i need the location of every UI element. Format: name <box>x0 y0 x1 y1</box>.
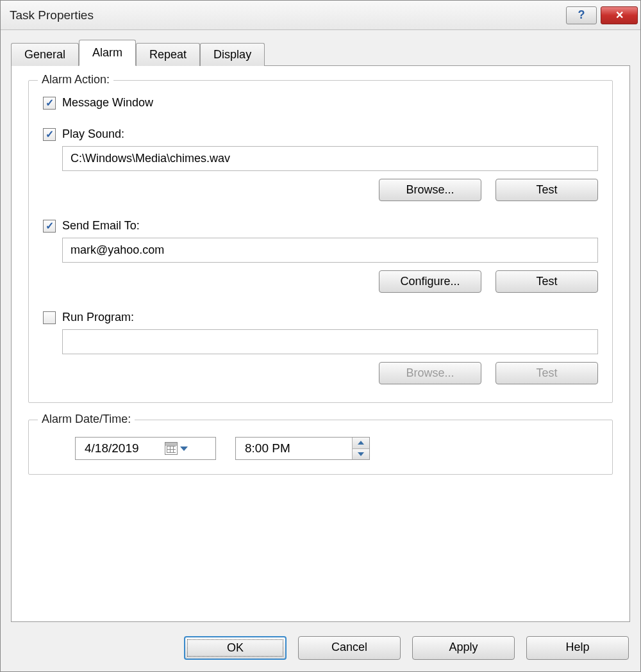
arrow-down-icon <box>358 452 364 456</box>
alarm-action-legend: Alarm Action: <box>38 73 113 86</box>
help-icon: ? <box>578 8 585 22</box>
send-email-section: Send Email To: Configure... Test <box>43 219 598 293</box>
tab-display[interactable]: Display <box>200 43 265 66</box>
close-icon: ✕ <box>615 10 624 20</box>
tab-repeat[interactable]: Repeat <box>136 43 200 66</box>
play-sound-path-input[interactable] <box>62 146 598 171</box>
run-program-label: Run Program: <box>62 311 134 324</box>
run-program-section: Run Program: Browse... Test <box>43 311 598 384</box>
run-program-test-button: Test <box>495 362 598 384</box>
send-email-test-button[interactable]: Test <box>495 270 598 293</box>
alarm-date-value: 4/18/2019 <box>85 441 139 455</box>
content-area: General Alarm Repeat Display Alarm Actio… <box>1 30 640 627</box>
close-button[interactable]: ✕ <box>601 6 638 24</box>
tab-strip: General Alarm Repeat Display <box>11 39 630 65</box>
run-program-checkbox[interactable] <box>43 311 56 324</box>
alarm-action-group: Alarm Action: Message Window Play Sound: <box>28 80 613 403</box>
alarm-datetime-legend: Alarm Date/Time: <box>38 413 135 426</box>
titlebar: Task Properties ? ✕ <box>1 1 640 30</box>
alarm-date-picker[interactable]: 4/18/2019 <box>75 437 216 460</box>
alarm-time-picker[interactable]: 8:00 PM <box>235 437 370 460</box>
play-sound-checkbox[interactable] <box>43 128 56 141</box>
message-window-label: Message Window <box>62 96 153 110</box>
titlebar-controls: ? ✕ <box>566 6 638 24</box>
send-email-label: Send Email To: <box>62 219 140 233</box>
help-button[interactable]: ? <box>566 6 597 24</box>
message-window-section: Message Window <box>43 96 598 110</box>
window-title: Task Properties <box>10 8 94 22</box>
alarm-date-dropdown-button[interactable] <box>165 442 188 455</box>
message-window-checkbox[interactable] <box>43 97 56 110</box>
arrow-up-icon <box>358 441 364 445</box>
calendar-icon <box>165 442 178 455</box>
play-sound-test-button[interactable]: Test <box>495 179 598 201</box>
cancel-button[interactable]: Cancel <box>298 636 401 660</box>
play-sound-browse-button[interactable]: Browse... <box>379 179 481 201</box>
apply-button[interactable]: Apply <box>412 636 515 660</box>
send-email-checkbox[interactable] <box>43 220 56 233</box>
ok-button[interactable]: OK <box>184 636 287 660</box>
play-sound-label: Play Sound: <box>62 127 124 141</box>
dialog-button-bar: OK Cancel Apply Help <box>1 627 640 671</box>
dialog-window: Task Properties ? ✕ General Alarm Repeat… <box>0 0 641 672</box>
send-email-address-input[interactable] <box>62 238 598 263</box>
alarm-time-value: 8:00 PM <box>236 438 352 459</box>
play-sound-section: Play Sound: Browse... Test <box>43 127 598 201</box>
chevron-down-icon <box>180 447 188 451</box>
help-dialog-button[interactable]: Help <box>526 636 629 660</box>
send-email-configure-button[interactable]: Configure... <box>379 270 481 293</box>
run-program-path-input[interactable] <box>62 329 598 354</box>
time-spin-up-button[interactable] <box>353 438 369 449</box>
tab-alarm[interactable]: Alarm <box>79 40 136 66</box>
run-program-browse-button: Browse... <box>379 362 481 384</box>
tab-panel-alarm: Alarm Action: Message Window Play Sound: <box>11 65 630 622</box>
time-spin-down-button[interactable] <box>353 449 369 460</box>
time-spinner <box>352 438 369 459</box>
alarm-datetime-group: Alarm Date/Time: 4/18/2019 8:00 PM <box>28 420 613 475</box>
tab-general[interactable]: General <box>11 43 79 66</box>
